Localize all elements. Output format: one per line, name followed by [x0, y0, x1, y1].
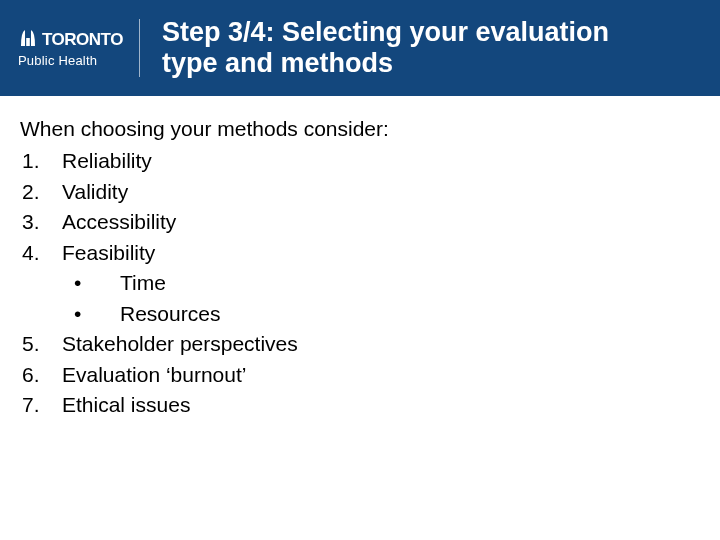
list-item-text: Validity	[62, 177, 700, 207]
list-item-number: 3.	[20, 207, 62, 237]
list-item: 6.Evaluation ‘burnout’	[20, 360, 700, 390]
logo-subtitle: Public Health	[18, 53, 123, 68]
list-item-text: Evaluation ‘burnout’	[62, 360, 700, 390]
sub-list-item: •Resources	[20, 299, 700, 329]
sub-list: •Time•Resources	[20, 268, 700, 329]
list-item: 1.Reliability	[20, 146, 700, 176]
list-item: 3.Accessibility	[20, 207, 700, 237]
list-item-number: 6.	[20, 360, 62, 390]
sub-list-item-text: Resources	[120, 299, 220, 329]
list-item-text: Reliability	[62, 146, 700, 176]
intro-text: When choosing your methods consider:	[20, 114, 700, 144]
list-item: 5.Stakeholder perspectives	[20, 329, 700, 359]
slide-header: TORONTO Public Health Step 3/4: Selectin…	[0, 0, 720, 96]
list-item: 2.Validity	[20, 177, 700, 207]
list-item-number: 5.	[20, 329, 62, 359]
considerations-list: 1.Reliability2.Validity3.Accessibility4.…	[20, 146, 700, 420]
list-item-number: 7.	[20, 390, 62, 420]
logo-city-text: TORONTO	[42, 30, 123, 50]
bullet-icon: •	[74, 268, 120, 298]
bullet-icon: •	[74, 299, 120, 329]
list-item: 7.Ethical issues	[20, 390, 700, 420]
list-item-text: Accessibility	[62, 207, 700, 237]
toronto-city-hall-icon	[18, 28, 38, 52]
toronto-public-health-logo: TORONTO Public Health	[18, 19, 140, 77]
slide-title: Step 3/4: Selecting your evaluation type…	[162, 17, 662, 79]
sub-list-item-text: Time	[120, 268, 166, 298]
svg-rect-0	[26, 38, 30, 46]
list-item-number: 1.	[20, 146, 62, 176]
list-item-text: Feasibility	[62, 238, 700, 268]
slide-body: When choosing your methods consider: 1.R…	[0, 96, 720, 420]
list-item-text: Stakeholder perspectives	[62, 329, 700, 359]
list-item-number: 4.	[20, 238, 62, 268]
list-item-number: 2.	[20, 177, 62, 207]
sub-list-item: •Time	[20, 268, 700, 298]
sub-list-container: •Time•Resources	[20, 268, 700, 329]
list-item-text: Ethical issues	[62, 390, 700, 420]
list-item: 4.Feasibility	[20, 238, 700, 268]
